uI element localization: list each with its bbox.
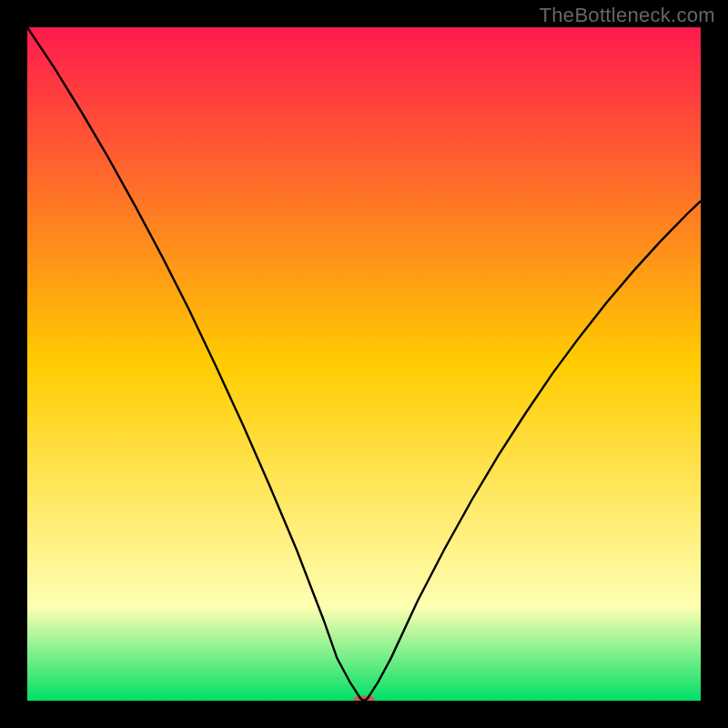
chart-frame: TheBottleneck.com xyxy=(0,0,728,728)
gradient-background xyxy=(27,27,701,701)
watermark-text: TheBottleneck.com xyxy=(540,4,715,27)
bottleneck-plot xyxy=(27,27,701,701)
